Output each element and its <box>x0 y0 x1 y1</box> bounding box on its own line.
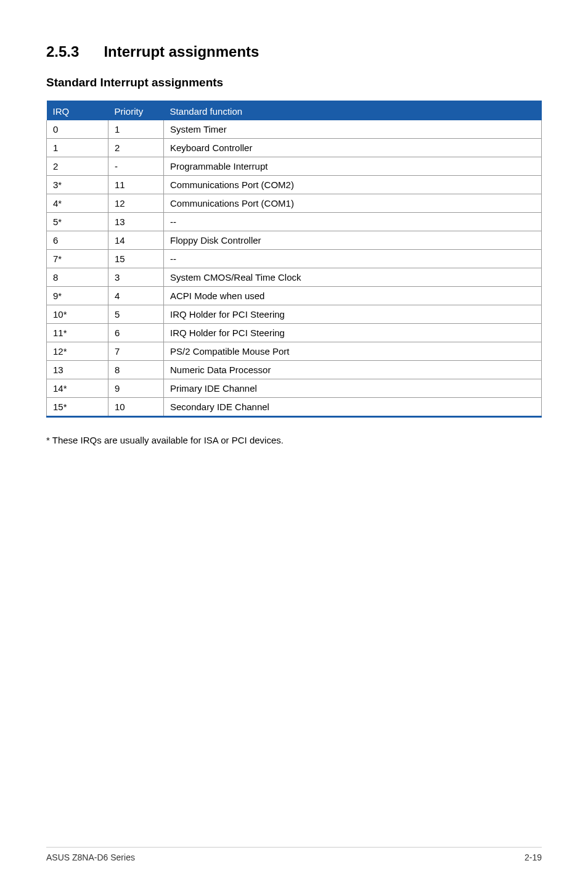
cell-irq: 12* <box>47 342 108 361</box>
cell-priority: 11 <box>108 176 164 194</box>
cell-irq: 5* <box>47 213 108 231</box>
cell-function: IRQ Holder for PCI Steering <box>164 305 542 324</box>
cell-irq: 6 <box>47 231 108 250</box>
cell-irq: 3* <box>47 176 108 194</box>
table-row: 4* 12 Communications Port (COM1) <box>47 194 542 213</box>
cell-priority: 14 <box>108 231 164 250</box>
cell-priority: 3 <box>108 268 164 287</box>
cell-irq: 0 <box>47 120 108 139</box>
section-heading: 2.5.3Interrupt assignments <box>46 43 542 60</box>
table-row: 7* 15 -- <box>47 250 542 268</box>
cell-irq: 11* <box>47 324 108 342</box>
irq-table: IRQ Priority Standard function 0 1 Syste… <box>46 101 542 418</box>
cell-priority: 12 <box>108 194 164 213</box>
cell-irq: 9* <box>47 287 108 305</box>
cell-function: Communications Port (COM2) <box>164 176 542 194</box>
cell-priority: 2 <box>108 139 164 157</box>
cell-function: -- <box>164 213 542 231</box>
cell-priority: 15 <box>108 250 164 268</box>
cell-irq: 13 <box>47 361 108 379</box>
cell-function: Numeric Data Processor <box>164 361 542 379</box>
table-row: 12* 7 PS/2 Compatible Mouse Port <box>47 342 542 361</box>
cell-priority: 7 <box>108 342 164 361</box>
cell-irq: 10* <box>47 305 108 324</box>
cell-priority: 9 <box>108 379 164 398</box>
cell-function: ACPI Mode when used <box>164 287 542 305</box>
footnote: * These IRQs are usually available for I… <box>46 435 542 445</box>
cell-priority: 10 <box>108 398 164 417</box>
table-row: 13 8 Numeric Data Processor <box>47 361 542 379</box>
header-priority: Priority <box>108 102 164 121</box>
table-row: 6 14 Floppy Disk Controller <box>47 231 542 250</box>
section-number: 2.5.3 <box>46 43 79 60</box>
cell-priority: 5 <box>108 305 164 324</box>
table-row: 9* 4 ACPI Mode when used <box>47 287 542 305</box>
cell-function: -- <box>164 250 542 268</box>
cell-function: Primary IDE Channel <box>164 379 542 398</box>
cell-irq: 4* <box>47 194 108 213</box>
cell-priority: 1 <box>108 120 164 139</box>
table-row: 15* 10 Secondary IDE Channel <box>47 398 542 417</box>
section-title: Interrupt assignments <box>104 43 259 60</box>
cell-function: PS/2 Compatible Mouse Port <box>164 342 542 361</box>
cell-priority: 13 <box>108 213 164 231</box>
subheading: Standard Interrupt assignments <box>46 76 542 89</box>
table-row: 14* 9 Primary IDE Channel <box>47 379 542 398</box>
cell-irq: 1 <box>47 139 108 157</box>
cell-function: Programmable Interrupt <box>164 157 542 176</box>
cell-function: Communications Port (COM1) <box>164 194 542 213</box>
header-irq: IRQ <box>47 102 108 121</box>
footer-left: ASUS Z8NA-D6 Series <box>46 852 135 862</box>
cell-irq: 14* <box>47 379 108 398</box>
cell-priority: 6 <box>108 324 164 342</box>
table-row: 0 1 System Timer <box>47 120 542 139</box>
table-row: 8 3 System CMOS/Real Time Clock <box>47 268 542 287</box>
cell-priority: 4 <box>108 287 164 305</box>
cell-function: System CMOS/Real Time Clock <box>164 268 542 287</box>
table-row: 11* 6 IRQ Holder for PCI Steering <box>47 324 542 342</box>
cell-function: IRQ Holder for PCI Steering <box>164 324 542 342</box>
table-row: 1 2 Keyboard Controller <box>47 139 542 157</box>
footer-right: 2-19 <box>525 852 542 862</box>
cell-priority: 8 <box>108 361 164 379</box>
cell-irq: 15* <box>47 398 108 417</box>
cell-function: Secondary IDE Channel <box>164 398 542 417</box>
cell-irq: 8 <box>47 268 108 287</box>
table-row: 10* 5 IRQ Holder for PCI Steering <box>47 305 542 324</box>
cell-function: System Timer <box>164 120 542 139</box>
cell-function: Keyboard Controller <box>164 139 542 157</box>
cell-irq: 7* <box>47 250 108 268</box>
page-footer: ASUS Z8NA-D6 Series 2-19 <box>46 847 542 862</box>
table-row: 3* 11 Communications Port (COM2) <box>47 176 542 194</box>
table-row: 5* 13 -- <box>47 213 542 231</box>
cell-irq: 2 <box>47 157 108 176</box>
header-function: Standard function <box>164 102 542 121</box>
table-row: 2 - Programmable Interrupt <box>47 157 542 176</box>
cell-function: Floppy Disk Controller <box>164 231 542 250</box>
cell-priority: - <box>108 157 164 176</box>
